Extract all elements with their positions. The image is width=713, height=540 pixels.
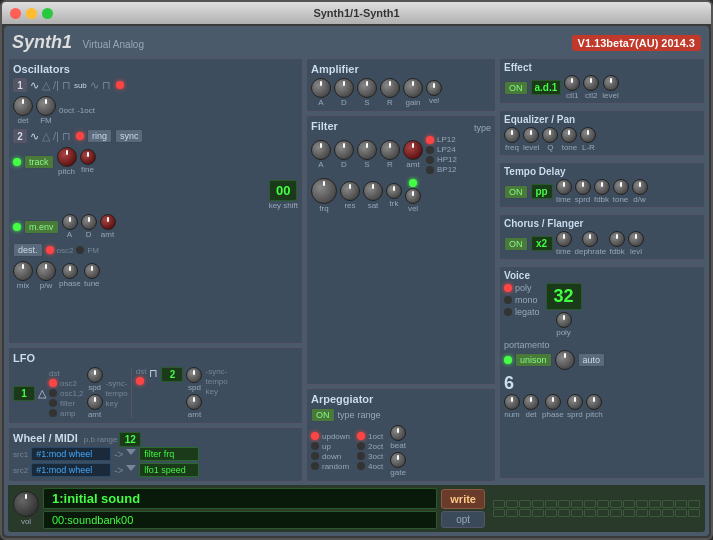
amp-r-knob[interactable] [380, 78, 400, 98]
step-11[interactable] [623, 500, 635, 508]
eq-freq-knob[interactable] [504, 127, 520, 143]
lfo1-osc2-led[interactable] [49, 379, 57, 387]
step-27[interactable] [623, 509, 635, 517]
step-14[interactable] [662, 500, 674, 508]
arp-on-button[interactable]: ON [311, 408, 335, 422]
step-5[interactable] [545, 500, 557, 508]
osc1-sub-wave[interactable]: ∿ [90, 79, 99, 92]
arp-3oct-led[interactable] [357, 452, 365, 460]
track-led[interactable] [13, 158, 21, 166]
chorus-fdbk-knob[interactable] [609, 231, 625, 247]
write-button[interactable]: write [441, 489, 485, 509]
step-32[interactable] [688, 509, 700, 517]
td-on-button[interactable]: ON [504, 185, 528, 199]
osc2-led[interactable] [76, 132, 84, 140]
flt-sat-knob[interactable] [363, 181, 383, 201]
arp-beat-knob[interactable] [390, 425, 406, 441]
osc1-wave-sq[interactable]: ⊓ [62, 79, 71, 92]
amp-gain-knob[interactable] [403, 78, 423, 98]
arp-4oct-led[interactable] [357, 462, 365, 470]
dest-button[interactable]: dest. [13, 243, 43, 257]
step-25[interactable] [597, 509, 609, 517]
keyshift-display[interactable]: 00 [269, 180, 297, 201]
maximize-button[interactable] [42, 8, 53, 19]
osc2-wave-sine[interactable]: ∿ [30, 130, 39, 143]
td-time-knob[interactable] [556, 179, 572, 195]
opt-button[interactable]: opt [441, 511, 485, 528]
osc2-wave-tri[interactable]: △ [42, 130, 50, 143]
lfo1-amt-knob[interactable] [87, 394, 103, 410]
osc2-wave-sq[interactable]: ⊓ [62, 130, 71, 143]
flt-vel-led[interactable] [409, 179, 417, 187]
step-12[interactable] [636, 500, 648, 508]
osc2-wave-saw[interactable]: /| [53, 130, 59, 142]
flt-a-knob[interactable] [311, 140, 331, 160]
vol-knob[interactable] [13, 491, 39, 517]
osc1-wave-saw[interactable]: /| [53, 79, 59, 91]
step-2[interactable] [506, 500, 518, 508]
osc1-sub-sq[interactable]: ⊓ [102, 79, 111, 92]
step-6[interactable] [558, 500, 570, 508]
pitch-knob[interactable] [57, 147, 77, 167]
td-tone-knob[interactable] [613, 179, 629, 195]
flt-trk-knob[interactable] [386, 183, 402, 199]
dst1-display[interactable]: filter frq [139, 447, 199, 461]
legato-led[interactable] [504, 308, 512, 316]
arp-down-led[interactable] [311, 452, 319, 460]
chorus-rate-knob[interactable] [582, 231, 598, 247]
osc1-led[interactable] [116, 81, 124, 89]
dst1-dropdown[interactable] [126, 449, 136, 459]
chorus-levl-knob[interactable] [628, 231, 644, 247]
voice-pitch-knob[interactable] [586, 394, 602, 410]
minimize-button[interactable] [26, 8, 37, 19]
menv-button[interactable]: m.env [24, 220, 59, 234]
flt-r-knob[interactable] [380, 140, 400, 160]
close-button[interactable] [10, 8, 21, 19]
td-sprd-knob[interactable] [575, 179, 591, 195]
arp-2oct-led[interactable] [357, 442, 365, 450]
step-1[interactable] [493, 500, 505, 508]
dest-fm-led[interactable] [76, 246, 84, 254]
td-fdbk-knob[interactable] [594, 179, 610, 195]
step-26[interactable] [610, 509, 622, 517]
step-31[interactable] [675, 509, 687, 517]
eq-level-knob[interactable] [523, 127, 539, 143]
step-28[interactable] [636, 509, 648, 517]
flt-frq-knob[interactable] [311, 178, 337, 204]
step-29[interactable] [649, 509, 661, 517]
dest-osc2-led[interactable] [46, 246, 54, 254]
lfo1-wave[interactable]: △ [38, 387, 46, 400]
menv-d-knob[interactable] [81, 214, 97, 230]
eq-tone-knob[interactable] [561, 127, 577, 143]
fine-knob[interactable] [80, 149, 96, 165]
menv-led[interactable] [13, 223, 21, 231]
src1-display[interactable]: #1:mod wheel [31, 447, 111, 461]
amp-s-knob[interactable] [357, 78, 377, 98]
eq-q-knob[interactable] [542, 127, 558, 143]
mono-led[interactable] [504, 296, 512, 304]
bank-name-display[interactable]: 00:soundbank00 [43, 511, 437, 529]
step-8[interactable] [584, 500, 596, 508]
chorus-type-display[interactable]: x2 [531, 236, 553, 251]
poly-num-display[interactable]: 32 [546, 283, 582, 310]
step-20[interactable] [532, 509, 544, 517]
effect-type-display[interactable]: a.d.1 [531, 80, 562, 95]
lp12-led[interactable] [426, 136, 434, 144]
osc1-wave-sine[interactable]: ∿ [30, 79, 39, 92]
step-13[interactable] [649, 500, 661, 508]
lfo2-led[interactable] [136, 377, 144, 385]
voice-sprd-knob[interactable] [567, 394, 583, 410]
tune-knob[interactable] [84, 263, 100, 279]
step-9[interactable] [597, 500, 609, 508]
effect-ctl1-knob[interactable] [564, 75, 580, 91]
arp-random-led[interactable] [311, 462, 319, 470]
auto-button[interactable]: auto [578, 353, 606, 367]
voice-phase-knob[interactable] [545, 394, 561, 410]
step-19[interactable] [519, 509, 531, 517]
track-button[interactable]: track [24, 155, 54, 169]
src2-display[interactable]: #1:mod wheel [31, 463, 111, 477]
dst2-display[interactable]: lfo1 speed [139, 463, 199, 477]
portamento-knob[interactable] [555, 350, 575, 370]
menv-a-knob[interactable] [62, 214, 78, 230]
flt-res-knob[interactable] [340, 181, 360, 201]
